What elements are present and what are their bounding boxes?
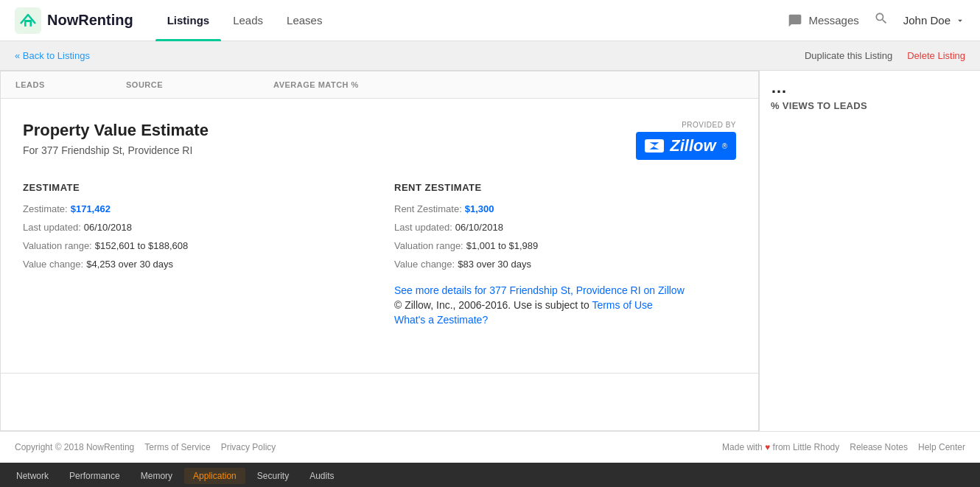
sidebar: … % VIEWS TO LEADS — [759, 71, 980, 431]
page-footer: Copyright © 2018 NowRenting Terms of Ser… — [0, 431, 980, 463]
footer-left: Copyright © 2018 NowRenting Terms of Ser… — [15, 442, 276, 452]
footer-privacy-link[interactable]: Privacy Policy — [221, 442, 276, 452]
zillow-z-icon — [645, 139, 664, 153]
col-leads-header: LEADS — [15, 80, 126, 89]
zillow-more-details-link[interactable]: See more details for 377 Friendship St, … — [394, 284, 685, 296]
rent-updated-row: Last updated: 06/10/2018 — [394, 222, 736, 233]
logo-text: NowRenting — [47, 12, 133, 29]
zillow-reg: ® — [722, 142, 727, 150]
header: NowRenting Listings Leads Leases Message… — [0, 0, 980, 41]
rent-range-value: $1,001 to $1,989 — [466, 240, 539, 251]
zestimate-range-label: Valuation range: — [23, 240, 92, 251]
zillow-copyright-text: © Zillow, Inc., 2006-2016. Use is subjec… — [394, 299, 589, 311]
logo[interactable]: NowRenting — [15, 7, 133, 34]
rent-zestimate-col: RENT ZESTIMATE Rent Zestimate: $1,300 La… — [394, 182, 736, 329]
zillow-footer: See more details for 377 Friendship St, … — [394, 284, 736, 326]
zestimate-value-row: Zestimate: $171,462 — [23, 203, 365, 214]
dev-toolbar: Network Performance Memory Application S… — [0, 463, 980, 487]
zillow-terms-link[interactable]: Terms of Use — [592, 299, 652, 311]
dev-tab-network[interactable]: Network — [7, 468, 57, 484]
content-area: LEADS SOURCE AVERAGE MATCH % Property Va… — [0, 71, 759, 431]
card-top: Property Value Estimate For 377 Friendsh… — [23, 121, 736, 160]
svg-rect-2 — [27, 22, 30, 27]
col-avg-header: AVERAGE MATCH % — [273, 80, 743, 89]
footer-made-with: Made with ♥ from Little Rhody — [722, 442, 839, 452]
zestimate-updated-row: Last updated: 06/10/2018 — [23, 222, 365, 233]
sidebar-stat-number: … — [771, 78, 969, 97]
dev-tab-performance[interactable]: Performance — [60, 468, 129, 484]
nav-listings[interactable]: Listings — [155, 0, 222, 41]
zillow-card: Property Value Estimate For 377 Friendsh… — [1, 99, 758, 374]
main-nav: Listings Leads Leases — [155, 0, 335, 41]
zestimate-value: $171,462 — [71, 203, 111, 214]
table-header: LEADS SOURCE AVERAGE MATCH % — [1, 71, 758, 99]
rent-range-row: Valuation range: $1,001 to $1,989 — [394, 240, 736, 251]
property-info: Property Value Estimate For 377 Friendsh… — [23, 121, 209, 156]
svg-marker-3 — [650, 142, 659, 150]
footer-help-center-link[interactable]: Help Center — [918, 442, 965, 452]
rent-zestimate-title: RENT ZESTIMATE — [394, 182, 736, 193]
rent-range-label: Valuation range: — [394, 240, 463, 251]
sub-header: « Back to Listings Duplicate this Listin… — [0, 41, 980, 71]
zestimate-title: ZESTIMATE — [23, 182, 365, 193]
search-button[interactable] — [874, 11, 889, 29]
duplicate-listing-button[interactable]: Duplicate this Listing — [805, 50, 892, 61]
nav-leases[interactable]: Leases — [275, 0, 334, 41]
zillow-text: Zillow — [670, 136, 715, 155]
sidebar-stat-label: % VIEWS TO LEADS — [771, 100, 969, 111]
messages-button[interactable]: Messages — [788, 13, 858, 28]
footer-terms-link[interactable]: Terms of Service — [144, 442, 210, 452]
header-right: Messages John Doe — [788, 11, 965, 29]
footer-right: Made with ♥ from Little Rhody Release No… — [722, 442, 965, 452]
estimates-row: ZESTIMATE Zestimate: $171,462 Last updat… — [23, 182, 736, 329]
zestimate-change-value: $4,253 over 30 days — [86, 259, 173, 270]
zestimate-col: ZESTIMATE Zestimate: $171,462 Last updat… — [23, 182, 365, 329]
dev-tab-security[interactable]: Security — [248, 468, 298, 484]
rent-change-label: Value change: — [394, 259, 455, 270]
zillow-logo-area: PROVIDED BY Zillow ® — [636, 121, 736, 160]
logo-icon — [15, 7, 41, 34]
zestimate-change-row: Value change: $4,253 over 30 days — [23, 259, 365, 270]
property-title: Property Value Estimate — [23, 121, 209, 140]
search-icon — [874, 11, 889, 26]
rent-label: Rent Zestimate: — [394, 203, 462, 214]
zestimate-range-value: $152,601 to $188,608 — [95, 240, 189, 251]
zillow-logo: Zillow ® — [636, 132, 736, 160]
rent-change-row: Value change: $83 over 30 days — [394, 259, 736, 270]
zillow-more-details-line: See more details for 377 Friendship St, … — [394, 284, 736, 296]
col-source-header: SOURCE — [126, 80, 273, 89]
zillow-z-svg — [648, 141, 660, 151]
footer-copyright: Copyright © 2018 NowRenting — [15, 442, 134, 452]
zestimate-updated-label: Last updated: — [23, 222, 81, 233]
messages-icon — [788, 13, 802, 28]
back-to-listings-link[interactable]: « Back to Listings — [15, 50, 90, 61]
footer-release-notes-link[interactable]: Release Notes — [850, 442, 908, 452]
nav-leads[interactable]: Leads — [221, 0, 275, 41]
dev-tab-memory[interactable]: Memory — [132, 468, 181, 484]
rent-updated-label: Last updated: — [394, 222, 452, 233]
zillow-whats-line: What's a Zestimate? — [394, 314, 736, 326]
delete-listing-button[interactable]: Delete Listing — [907, 50, 965, 61]
zillow-whats-link[interactable]: What's a Zestimate? — [394, 314, 488, 326]
provided-by-label: PROVIDED BY — [636, 121, 736, 129]
heart-icon: ♥ — [765, 442, 772, 452]
chevron-down-icon — [955, 15, 965, 26]
zestimate-range-row: Valuation range: $152,601 to $188,608 — [23, 240, 365, 251]
main-layout: LEADS SOURCE AVERAGE MATCH % Property Va… — [0, 71, 980, 431]
zestimate-change-label: Value change: — [23, 259, 83, 270]
rent-updated-value: 06/10/2018 — [455, 222, 503, 233]
sub-header-actions: Duplicate this Listing Delete Listing — [805, 50, 965, 61]
user-menu[interactable]: John Doe — [903, 14, 965, 27]
zillow-copyright-line: © Zillow, Inc., 2006-2016. Use is subjec… — [394, 299, 736, 311]
dev-tab-application[interactable]: Application — [184, 468, 245, 484]
dev-tab-audits[interactable]: Audits — [301, 468, 343, 484]
property-address: For 377 Friendship St, Providence RI — [23, 144, 209, 156]
rent-value-row: Rent Zestimate: $1,300 — [394, 203, 736, 214]
rent-value: $1,300 — [465, 203, 494, 214]
zestimate-label: Zestimate: — [23, 203, 68, 214]
rent-change-value: $83 over 30 days — [458, 259, 531, 270]
zestimate-updated-value: 06/10/2018 — [84, 222, 132, 233]
